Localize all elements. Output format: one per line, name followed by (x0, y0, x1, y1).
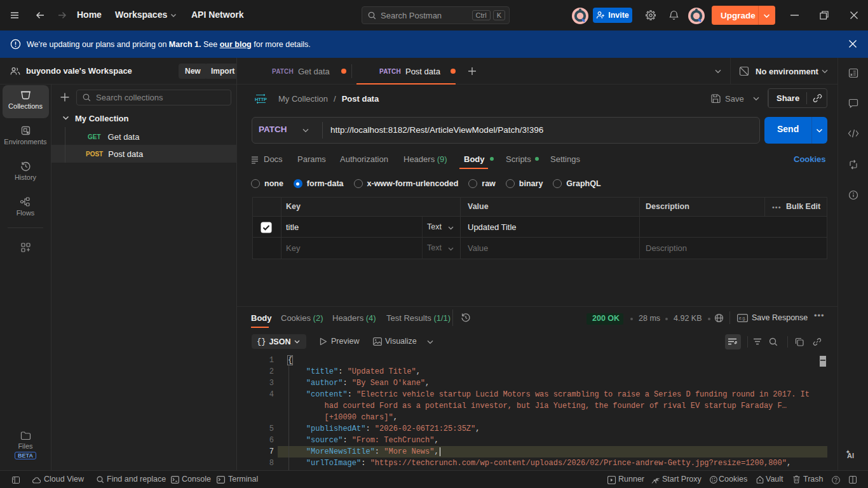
svg-text:HTTP: HTTP (255, 96, 267, 102)
svg-text:e.g.: e.g. (739, 316, 746, 321)
